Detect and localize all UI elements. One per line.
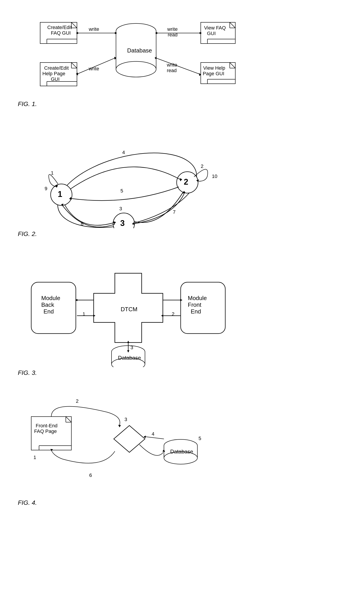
svg-text:Front: Front xyxy=(188,301,201,308)
svg-text:End: End xyxy=(191,308,201,315)
svg-text:2: 2 xyxy=(184,177,188,186)
svg-text:3: 3 xyxy=(124,416,127,422)
svg-text:Database: Database xyxy=(170,448,193,455)
svg-text:Front-End: Front-End xyxy=(36,423,58,428)
svg-text:Database: Database xyxy=(127,47,152,54)
svg-text:Help Page: Help Page xyxy=(42,71,65,76)
svg-text:5: 5 xyxy=(198,436,201,441)
figure-1: Create/Edit FAQ GUI Create/Edit Help Pag… xyxy=(18,13,346,108)
svg-text:read: read xyxy=(167,68,177,73)
figure-3: Module Back End DTCM Module Front End xyxy=(18,251,346,377)
svg-text:write: write xyxy=(167,62,177,68)
fig2-svg: 1 2 3 xyxy=(18,121,241,228)
svg-text:10: 10 xyxy=(212,173,217,179)
svg-text:3: 3 xyxy=(119,206,122,212)
svg-text:1: 1 xyxy=(58,189,62,199)
svg-text:8: 8 xyxy=(81,221,83,227)
svg-text:2: 2 xyxy=(172,311,174,317)
svg-line-56 xyxy=(156,58,200,74)
svg-text:1: 1 xyxy=(83,311,85,317)
svg-text:View Help: View Help xyxy=(203,65,225,71)
svg-text:Module: Module xyxy=(41,295,60,301)
fig3-svg: Module Back End DTCM Module Front End xyxy=(18,251,241,367)
svg-point-23 xyxy=(116,61,156,77)
svg-text:Module: Module xyxy=(188,295,207,301)
figure-4: Front-End FAQ Page 1 Database 2 6 3 xyxy=(18,390,346,506)
svg-text:3: 3 xyxy=(130,345,133,350)
svg-text:2: 2 xyxy=(76,398,78,404)
svg-text:write: write xyxy=(89,66,99,71)
svg-text:5: 5 xyxy=(121,188,123,194)
svg-text:4: 4 xyxy=(152,431,154,437)
svg-text:7: 7 xyxy=(173,209,175,215)
svg-text:FAQ Page: FAQ Page xyxy=(34,428,57,434)
svg-text:Page GUI: Page GUI xyxy=(203,71,224,76)
svg-text:FAQ GUI: FAQ GUI xyxy=(51,30,71,36)
svg-marker-130 xyxy=(114,425,145,452)
svg-line-142 xyxy=(145,437,164,439)
svg-rect-96 xyxy=(181,282,225,334)
page: Create/Edit FAQ GUI Create/Edit Help Pag… xyxy=(0,0,364,533)
svg-text:GUI: GUI xyxy=(207,31,216,36)
fig1-label: FIG. 1. xyxy=(18,101,346,108)
fig1-svg: Create/Edit FAQ GUI Create/Edit Help Pag… xyxy=(18,13,241,98)
svg-text:2: 2 xyxy=(201,164,203,169)
svg-text:9: 9 xyxy=(45,186,47,191)
svg-text:1: 1 xyxy=(51,170,53,176)
svg-text:Create/Edit: Create/Edit xyxy=(47,24,72,30)
svg-text:DTCM: DTCM xyxy=(121,306,137,313)
svg-text:Back: Back xyxy=(41,301,54,308)
fig4-svg: Front-End FAQ Page 1 Database 2 6 3 xyxy=(18,390,241,497)
figure-2: 1 2 3 xyxy=(18,121,346,237)
fig2-label: FIG. 2. xyxy=(18,230,346,237)
svg-text:Database: Database xyxy=(118,355,141,361)
svg-marker-137 xyxy=(118,425,121,427)
fig4-label: FIG. 4. xyxy=(18,499,346,506)
svg-text:1: 1 xyxy=(33,455,36,460)
svg-text:read: read xyxy=(168,32,178,38)
svg-text:write: write xyxy=(89,26,99,32)
svg-text:GUI: GUI xyxy=(51,76,60,82)
fig3-label: FIG. 3. xyxy=(18,369,346,377)
svg-text:3: 3 xyxy=(120,219,125,228)
svg-text:6: 6 xyxy=(89,472,92,478)
svg-text:Create/Edit: Create/Edit xyxy=(44,65,69,71)
svg-text:write: write xyxy=(167,26,178,32)
svg-text:View FAQ: View FAQ xyxy=(204,25,226,31)
svg-text:End: End xyxy=(44,308,54,315)
svg-text:4: 4 xyxy=(122,149,125,155)
